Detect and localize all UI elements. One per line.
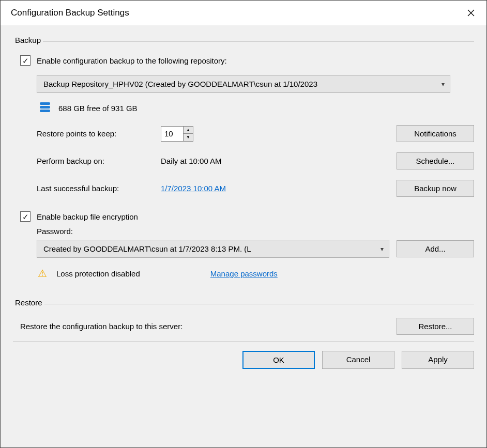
password-label: Password: [37, 227, 73, 236]
config-backup-dialog: Configuration Backup Settings Backup Ena… [0, 0, 487, 448]
restore-group-header: Restore [13, 298, 474, 308]
footer-divider [13, 341, 474, 342]
restore-group-line [13, 304, 474, 304]
disk-icon [40, 102, 50, 114]
password-dropdown[interactable]: Created by GOODDEALMART\csun at 1/7/2023… [37, 240, 389, 258]
cancel-button[interactable]: Cancel [322, 351, 394, 369]
manage-passwords-link[interactable]: Manage passwords [210, 269, 278, 278]
password-row: Created by GOODDEALMART\csun at 1/7/2023… [37, 240, 474, 258]
encrypt-label: Enable backup file encryption [37, 212, 138, 221]
dialog-footer: OK Cancel Apply [13, 351, 474, 369]
last-backup-link[interactable]: 1/7/2023 10:00 AM [161, 184, 226, 193]
repository-selected: Backup Repository_HPHV02 (Created by GOO… [43, 80, 317, 88]
loss-protection-row: ⚠ Loss protection disabled Manage passwo… [37, 267, 474, 280]
perform-value: Daily at 10:00 AM [161, 157, 222, 165]
last-backup-label: Last successful backup: [37, 184, 161, 193]
backup-now-button[interactable]: Backup now [397, 180, 474, 197]
spinner-down[interactable]: ▼ [184, 134, 193, 141]
restore-points-spinner[interactable]: ▲ ▼ [161, 126, 193, 142]
restore-section: Restore Restore the configuration backup… [13, 292, 474, 335]
restore-button[interactable]: Restore... [397, 318, 474, 335]
repository-row: Backup Repository_HPHV02 (Created by GOO… [37, 75, 474, 93]
free-space-row: 688 GB free of 931 GB [37, 102, 474, 114]
restore-group-label: Restore [13, 298, 44, 307]
close-icon [467, 9, 475, 17]
restore-text: Restore the configuration backup to this… [20, 322, 182, 331]
encrypt-row: Enable backup file encryption [20, 211, 474, 222]
encrypt-checkbox[interactable] [20, 211, 31, 222]
perform-row: Perform backup on: Daily at 10:00 AM Sch… [37, 152, 474, 169]
last-backup-row: Last successful backup: 1/7/2023 10:00 A… [37, 180, 474, 197]
backup-group-line [13, 41, 474, 42]
dialog-content: Backup Enable configuration backup to th… [1, 25, 486, 447]
spinner-up[interactable]: ▲ [184, 127, 193, 134]
enable-backup-label: Enable configuration backup to the follo… [37, 56, 227, 65]
chevron-down-icon: ▾ [442, 81, 445, 88]
close-button[interactable] [462, 6, 480, 20]
chevron-down-icon: ▾ [381, 245, 384, 253]
enable-backup-checkbox[interactable] [20, 55, 31, 66]
perform-label: Perform backup on: [37, 157, 161, 165]
restore-points-input[interactable] [161, 127, 183, 141]
restore-points-label: Restore points to keep: [37, 129, 161, 138]
apply-button[interactable]: Apply [402, 351, 474, 369]
enable-backup-row: Enable configuration backup to the follo… [20, 55, 474, 66]
window-title: Configuration Backup Settings [11, 8, 129, 18]
repository-dropdown[interactable]: Backup Repository_HPHV02 (Created by GOO… [37, 75, 450, 93]
loss-protection-label: Loss protection disabled [56, 269, 140, 278]
backup-group-header: Backup [13, 36, 474, 46]
restore-points-row: Restore points to keep: ▲ ▼ Notification… [37, 125, 474, 142]
schedule-button[interactable]: Schedule... [397, 152, 474, 169]
notifications-button[interactable]: Notifications [397, 125, 474, 142]
password-label-row: Password: [37, 227, 474, 236]
restore-row: Restore the configuration backup to this… [20, 318, 474, 335]
warning-icon: ⚠ [37, 267, 48, 280]
add-password-button[interactable]: Add... [397, 240, 474, 257]
backup-group-label: Backup [13, 36, 43, 44]
password-selected: Created by GOODDEALMART\csun at 1/7/2023… [43, 244, 251, 253]
titlebar: Configuration Backup Settings [1, 1, 486, 25]
spinner-arrows: ▲ ▼ [183, 127, 193, 141]
backup-section: Backup Enable configuration backup to th… [13, 36, 474, 292]
ok-button[interactable]: OK [242, 351, 315, 369]
free-space-text: 688 GB free of 931 GB [58, 104, 138, 113]
